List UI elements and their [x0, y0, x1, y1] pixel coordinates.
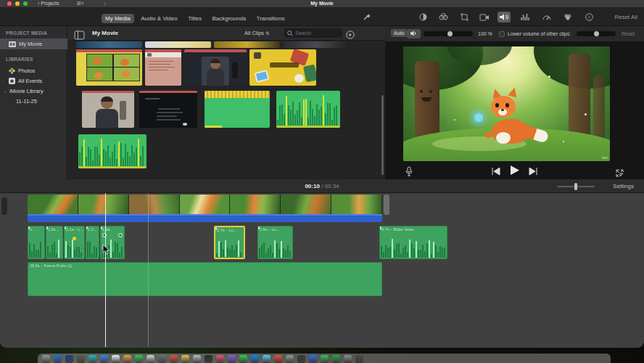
dock-app-icon[interactable]: [123, 355, 131, 363]
audio-clip[interactable]: 1.2...: [86, 226, 99, 259]
reset-all-button[interactable]: Reset All: [614, 14, 637, 20]
connected-audio-bar[interactable]: [28, 214, 382, 222]
volume-point[interactable]: [73, 237, 76, 240]
media-thumbnail-audio[interactable]: [276, 91, 340, 128]
dock-app-icon[interactable]: [146, 355, 154, 363]
screen: ‹ Projects ⊞˅ ↓ My Movie My Media Audio …: [0, 0, 644, 363]
dock-app-icon[interactable]: [158, 355, 166, 363]
media-thumbnail-terminal[interactable]: [139, 91, 197, 128]
media-thumbnail-slide[interactable]: [249, 49, 316, 86]
audio-clip-selected[interactable]: 2.7s – Lu...: [214, 226, 245, 259]
macos-dock[interactable]: [38, 354, 611, 363]
crop-icon[interactable]: [458, 12, 471, 23]
speed-icon[interactable]: [540, 12, 553, 23]
audio-clip[interactable]: 1.5s...: [46, 226, 63, 259]
tab-titles[interactable]: Titles: [184, 14, 205, 23]
next-frame-button[interactable]: [529, 165, 538, 178]
dock-app-icon[interactable]: [77, 355, 85, 363]
volume-reset-button[interactable]: Reset: [622, 31, 635, 36]
previous-frame-button[interactable]: [491, 165, 500, 178]
enhance-magic-wand-icon[interactable]: [360, 12, 373, 23]
timeline-right-handle[interactable]: [384, 195, 389, 215]
effects-icon[interactable]: [561, 12, 574, 23]
tab-backgrounds[interactable]: Backgrounds: [208, 14, 249, 23]
color-correction-icon[interactable]: [437, 12, 450, 23]
dock-app-icon[interactable]: [286, 355, 294, 363]
dock-app-icon[interactable]: [251, 355, 259, 363]
play-button[interactable]: [510, 165, 519, 178]
media-thumbnail-audio[interactable]: [205, 91, 270, 128]
video-clip-filmstrip[interactable]: [28, 195, 382, 214]
media-thumbnail[interactable]: [283, 41, 349, 48]
dock-app-icon[interactable]: [274, 355, 282, 363]
volume-slider-knob[interactable]: [447, 31, 453, 36]
audio-clip[interactable]: 2.6s – Lu...: [257, 226, 293, 259]
recording-titlebar: [82, 91, 134, 93]
media-thumbnail-screen-recording[interactable]: [76, 49, 142, 86]
stabilization-icon[interactable]: [478, 12, 491, 23]
browser-scrollbar[interactable]: [381, 95, 384, 175]
dock-app-icon[interactable]: [135, 355, 143, 363]
background-music-clip[interactable]: 29.5s – Forest Frolic (1): [28, 262, 382, 296]
dock-app-icon[interactable]: [193, 355, 201, 363]
dock-app-icon[interactable]: [309, 355, 317, 363]
sidebar-item-photos[interactable]: Photos: [0, 65, 67, 76]
timeline-settings-button[interactable]: Settings: [613, 183, 634, 189]
dock-app-icon[interactable]: [170, 355, 178, 363]
mute-button[interactable]: [407, 29, 421, 38]
auto-volume-button[interactable]: Auto: [391, 29, 407, 37]
timeline-zoom-knob[interactable]: [574, 183, 577, 190]
dock-app-icon[interactable]: [344, 355, 352, 363]
lower-volume-checkbox[interactable]: [499, 31, 505, 37]
fade-handle[interactable]: [118, 233, 123, 237]
sidebar-toggle-icon[interactable]: [75, 29, 84, 42]
noise-reduction-icon[interactable]: [519, 12, 532, 23]
fade-handle[interactable]: [102, 233, 107, 237]
dock-app-icon[interactable]: [332, 355, 340, 363]
audio-clip[interactable]: 4.7s – Bobo Voice: [379, 226, 447, 259]
fullscreen-icon[interactable]: [616, 167, 624, 180]
dock-app-icon[interactable]: [205, 355, 212, 363]
sidebar-item-library-date[interactable]: 11-11-25: [0, 96, 67, 107]
sidebar-item-my-movie[interactable]: My Movie: [0, 38, 67, 49]
media-thumbnail-webcam[interactable]: [184, 49, 247, 86]
dock-app-icon[interactable]: [321, 355, 329, 363]
dock-app-icon[interactable]: [112, 355, 120, 363]
dock-app-icon[interactable]: [297, 355, 305, 363]
color-balance-icon[interactable]: [416, 12, 429, 23]
audio-clip[interactable]: 1...: [28, 226, 45, 259]
dock-app-icon[interactable]: [88, 355, 96, 363]
media-thumbnail[interactable]: [214, 41, 280, 48]
media-thumbnail-webcam[interactable]: [82, 91, 134, 128]
tab-audio-video[interactable]: Audio & Video: [137, 14, 181, 23]
timeline-left-handle[interactable]: [1, 197, 7, 215]
audio-clip[interactable]: 2.1s – L...: [64, 226, 85, 259]
dock-app-icon[interactable]: [42, 355, 50, 363]
search-field[interactable]: [284, 28, 342, 38]
media-thumbnail-audio[interactable]: [78, 134, 146, 168]
sidebar-item-all-events[interactable]: All Events: [0, 76, 67, 86]
tab-transitions[interactable]: Transitions: [253, 14, 289, 23]
lower-volume-slider-knob[interactable]: [594, 31, 599, 36]
playhead[interactable]: [105, 193, 106, 347]
tab-my-media[interactable]: My Media: [102, 14, 134, 23]
voiceover-mic-icon[interactable]: [405, 166, 413, 179]
media-thumbnail[interactable]: [76, 41, 142, 48]
clip-filter-dropdown[interactable]: All Clips ⇅: [244, 30, 269, 36]
dock-app-icon[interactable]: [181, 355, 189, 363]
media-thumbnail-notes[interactable]: [145, 49, 181, 86]
clip-info-icon[interactable]: i: [582, 12, 595, 23]
media-thumbnail[interactable]: [145, 41, 211, 48]
dock-app-icon[interactable]: [54, 355, 62, 363]
continuous-playback-icon[interactable]: [346, 29, 355, 42]
dock-app-icon[interactable]: [65, 355, 73, 363]
dock-app-icon[interactable]: [228, 355, 236, 363]
sidebar-item-imovie-library[interactable]: ⌄ iMovie Library: [0, 86, 67, 97]
dock-app-icon[interactable]: [100, 355, 108, 363]
dock-app-icon[interactable]: [216, 355, 224, 363]
dock-app-icon[interactable]: [355, 355, 363, 363]
dock-app-icon[interactable]: [263, 355, 271, 363]
volume-tool-icon[interactable]: [498, 12, 511, 23]
search-input[interactable]: [295, 30, 339, 36]
dock-app-icon[interactable]: [239, 355, 247, 363]
